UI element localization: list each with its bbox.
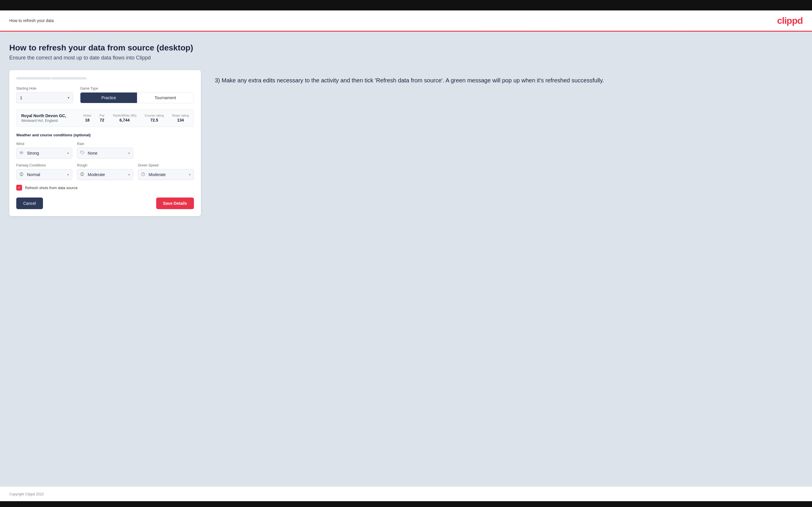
course-rating-label: Course rating (145, 114, 164, 117)
green-speed-group: Green Speed Moderate ▾ (138, 163, 194, 180)
rough-icon (80, 172, 84, 177)
holes-label: Holes (83, 114, 92, 117)
wind-icon (19, 151, 23, 156)
practice-button[interactable]: Practice (81, 93, 137, 103)
save-details-button[interactable]: Save Details (156, 198, 194, 209)
cancel-button[interactable]: Cancel (16, 198, 43, 209)
rain-icon (80, 151, 84, 156)
content-layout: Starting Hole 1 ▾ Game Type Practice Tou… (9, 70, 803, 216)
rain-chevron-icon: ▾ (128, 152, 130, 155)
slope-rating-value: 134 (177, 118, 184, 122)
par-value: 72 (100, 118, 104, 122)
instruction-panel: 3) Make any extra edits necessary to the… (215, 70, 803, 85)
game-type-toggle: Practice Tournament (80, 92, 194, 103)
starting-hole-group: Starting Hole 1 ▾ (16, 87, 73, 103)
slope-rating-label: Slope rating (172, 114, 189, 117)
footer: Copyright Clippd 2022 (0, 487, 812, 501)
starting-hole-value: 1 (20, 96, 22, 100)
fairway-value: Normal (27, 172, 40, 177)
holes-value: 18 (85, 118, 90, 122)
par-label: Par (100, 114, 104, 117)
wind-chevron-icon: ▾ (67, 152, 69, 155)
breadcrumb: How to refresh your data (9, 18, 54, 23)
course-location: Westward Ho!, England (21, 119, 66, 123)
page-title: How to refresh your data from source (de… (9, 43, 803, 53)
top-bar (0, 0, 812, 10)
wind-label: Wind (16, 142, 72, 146)
game-type-label: Game Type (80, 87, 194, 91)
yards-value: 6,744 (119, 118, 130, 122)
course-info: Royal North Devon GC, Westward Ho!, Engl… (21, 113, 66, 123)
course-card: Royal North Devon GC, Westward Ho!, Engl… (16, 109, 194, 127)
header: How to refresh your data clippd (0, 10, 812, 31)
rough-value: Moderate (88, 172, 105, 177)
tab-stubs (16, 77, 194, 79)
form-card: Starting Hole 1 ▾ Game Type Practice Tou… (9, 70, 201, 216)
fairway-chevron-icon: ▾ (67, 173, 69, 177)
svg-point-6 (20, 173, 23, 176)
green-speed-icon (141, 172, 145, 177)
wind-value: Strong (27, 151, 39, 156)
starting-hole-label: Starting Hole (16, 87, 73, 91)
fairway-rough-green-row: Fairway Conditions Normal ▾ Rough (16, 163, 194, 180)
logo: clippd (777, 15, 803, 26)
stat-yards: Yards/White (M)) 6,744 (113, 114, 137, 122)
refresh-checkbox[interactable]: ✓ (16, 185, 22, 190)
stat-par: Par 72 (100, 114, 104, 122)
tab-stub-1 (16, 77, 51, 79)
rain-group: Rain None ▾ (77, 142, 133, 159)
main-content: How to refresh your data from source (de… (0, 32, 812, 487)
copyright: Copyright Clippd 2022 (9, 492, 44, 496)
page-subtitle: Ensure the correct and most up to date d… (9, 55, 803, 61)
course-name: Royal North Devon GC, (21, 113, 66, 118)
rough-group: Rough Moderate ▾ (77, 163, 133, 180)
form-actions: Cancel Save Details (16, 198, 194, 209)
wind-select[interactable]: Strong ▾ (16, 148, 72, 159)
chevron-down-icon: ▾ (68, 96, 69, 100)
wind-rain-row: Wind Strong ▾ Rain (16, 142, 194, 159)
rough-chevron-icon: ▾ (128, 173, 130, 177)
fairway-label: Fairway Conditions (16, 163, 72, 167)
fairway-select[interactable]: Normal ▾ (16, 169, 72, 180)
stat-course-rating: Course rating 72.5 (145, 114, 164, 122)
starting-hole-select[interactable]: 1 ▾ (16, 92, 73, 103)
checkmark-icon: ✓ (18, 186, 20, 190)
green-speed-chevron-icon: ▾ (189, 173, 191, 177)
svg-point-7 (81, 173, 84, 176)
yards-label: Yards/White (M)) (113, 114, 137, 117)
placeholder-group (138, 142, 194, 159)
rain-label: Rain (77, 142, 133, 146)
stat-slope-rating: Slope rating 134 (172, 114, 189, 122)
course-stats: Holes 18 Par 72 Yards/White (M)) 6,744 C… (83, 114, 189, 122)
fairway-icon (19, 172, 23, 177)
refresh-checkbox-row: ✓ Refresh shots from data source (16, 185, 194, 190)
green-speed-select[interactable]: Moderate ▾ (138, 169, 194, 180)
conditions-title: Weather and course conditions (optional) (16, 133, 194, 137)
game-type-group: Game Type Practice Tournament (80, 87, 194, 103)
stat-holes: Holes 18 (83, 114, 92, 122)
rain-value: None (88, 151, 97, 156)
rough-label: Rough (77, 163, 133, 167)
course-rating-value: 72.5 (150, 118, 158, 122)
instruction-text: 3) Make any extra edits necessary to the… (215, 76, 803, 85)
row-hole-gametype: Starting Hole 1 ▾ Game Type Practice Tou… (16, 87, 194, 103)
rain-select[interactable]: None ▾ (77, 148, 133, 159)
green-speed-value: Moderate (149, 172, 166, 177)
rough-select[interactable]: Moderate ▾ (77, 169, 133, 180)
tournament-button[interactable]: Tournament (137, 93, 194, 103)
fairway-group: Fairway Conditions Normal ▾ (16, 163, 72, 180)
tab-stub-2 (52, 77, 87, 79)
refresh-checkbox-label: Refresh shots from data source (25, 186, 78, 190)
wind-group: Wind Strong ▾ (16, 142, 72, 159)
green-speed-label: Green Speed (138, 163, 194, 167)
